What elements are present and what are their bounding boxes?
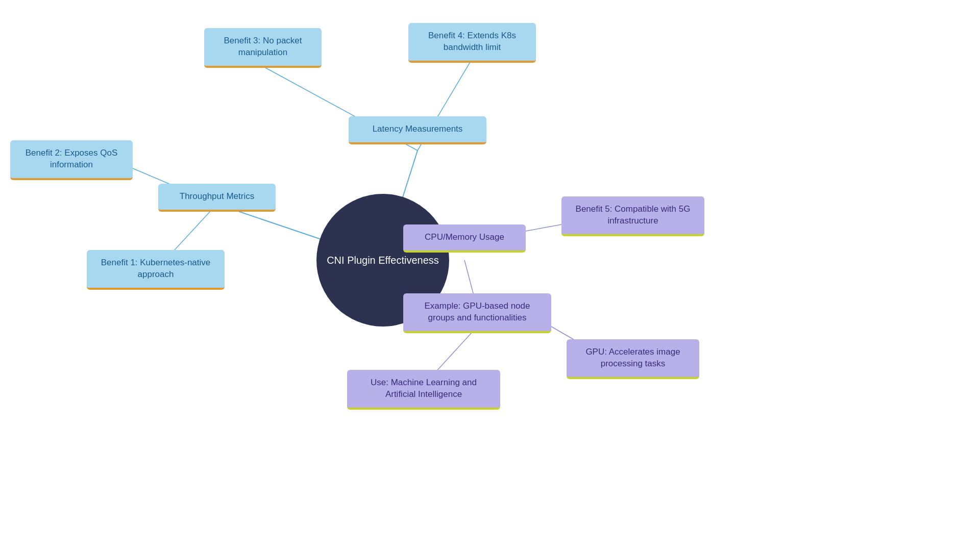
node-cpu[interactable]: CPU/Memory Usage (403, 224, 526, 253)
node-benefit4[interactable]: Benefit 4: Extends K8s bandwidth limit (408, 23, 536, 63)
node-throughput[interactable]: Throughput Metrics (158, 184, 276, 212)
node-use[interactable]: Use: Machine Learning and Artificial Int… (347, 370, 500, 410)
node-benefit1[interactable]: Benefit 1: Kubernetes-native approach (87, 250, 225, 290)
node-example[interactable]: Example: GPU-based node groups and funct… (403, 293, 551, 333)
node-benefit3[interactable]: Benefit 3: No packet manipulation (204, 28, 322, 68)
node-latency[interactable]: Latency Measurements (349, 116, 486, 144)
node-benefit5[interactable]: Benefit 5: Compatible with 5G infrastruc… (561, 196, 704, 236)
node-gpu[interactable]: GPU: Accelerates image processing tasks (567, 339, 699, 379)
node-benefit2[interactable]: Benefit 2: Exposes QoS information (10, 140, 133, 180)
